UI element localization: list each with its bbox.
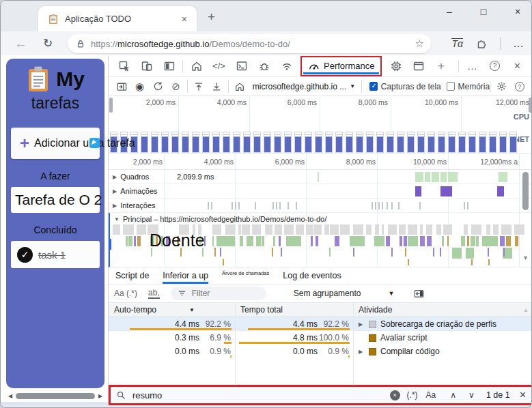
expand-icon[interactable]: ▶ (113, 203, 117, 209)
scroll-down-icon[interactable]: ▼ (522, 254, 529, 261)
page-selector-dropdown[interactable]: microsoftedge.github.io ...▼ (253, 82, 355, 91)
range-handle-left[interactable] (109, 98, 113, 113)
filter-input[interactable] (191, 288, 259, 299)
tab-close-icon[interactable]: × (179, 14, 190, 25)
track-animations[interactable]: ▶Animações (109, 184, 532, 199)
filter-field[interactable] (171, 287, 266, 300)
screenshot-filmstrip[interactable] (110, 132, 531, 153)
track-interactions[interactable]: ▶Interações (109, 199, 532, 213)
track-main-thread[interactable]: ▼Principal – https://microsoftedgegithub… (109, 213, 532, 267)
scrollbar-thumb[interactable] (16, 393, 95, 399)
clipboard-icon (26, 65, 51, 93)
track-frames[interactable]: ▶Quadros 2,099.9 ms (109, 170, 532, 184)
minimize-button[interactable]: – (443, 6, 456, 17)
layers-panel-icon[interactable] (407, 57, 430, 75)
tab-call-tree[interactable]: Árvore de chamadas (222, 270, 269, 280)
load-profile-icon[interactable] (190, 78, 208, 95)
more-tools-icon[interactable]: + (430, 57, 452, 75)
tab-performance[interactable]: Performance (300, 56, 382, 76)
device-emulation-icon[interactable] (135, 57, 158, 75)
performance-gauge-icon (308, 61, 320, 71)
debug-panel-icon[interactable] (253, 57, 275, 75)
expand-icon[interactable]: ▶ (359, 321, 365, 327)
devtools-help-icon[interactable]: ? (484, 57, 506, 75)
grouping-dropdown[interactable]: Sem agrupamento▼ (294, 289, 395, 298)
vertical-scrollbar-thumb[interactable] (522, 172, 529, 210)
history-flyout-icon[interactable] (113, 78, 130, 95)
maximize-button[interactable]: □ (477, 6, 490, 17)
expand-icon[interactable]: ▶ (359, 349, 365, 355)
performance-help-icon[interactable]: ? (511, 78, 529, 95)
favorite-star-icon[interactable]: ☆ (415, 38, 424, 50)
dock-side-icon[interactable] (158, 57, 180, 75)
search-input[interactable] (131, 390, 390, 401)
timeline-overview[interactable]: 2,000 ms 4,000 ms 6,000 ms 8,000 ms 10,0… (109, 96, 532, 154)
expand-icon[interactable]: ▶ (113, 174, 117, 180)
match-word-toggle[interactable]: ab, (148, 288, 160, 299)
clear-search-icon[interactable]: × (390, 390, 400, 400)
close-window-button[interactable]: × (511, 6, 524, 17)
header-activity[interactable]: Atividade (353, 305, 532, 315)
horizontal-scrollbar[interactable]: ◀ ▶ (6, 391, 104, 400)
case-regex-toggle[interactable]: Aa (.*) (114, 289, 137, 298)
find-bar: × (.*) Aa ∧ ∨ 1 de 1 × (109, 385, 532, 405)
capture-settings-gear-icon[interactable] (492, 78, 510, 95)
home-panel-icon[interactable] (185, 57, 208, 75)
timeline-detail: 2,000 ms 4,000 ms 6,000 ms 8,000 ms 10,0… (109, 154, 532, 267)
scroll-left-icon[interactable]: ◀ (6, 393, 14, 399)
expand-icon[interactable]: ▶ (113, 188, 117, 194)
table-row[interactable]: 0.0 ms0.9 % 0.0 ms0.9 % ▶Compilar código (109, 345, 532, 358)
extensions-icon[interactable] (475, 38, 488, 50)
devtools-close-icon[interactable]: × (506, 57, 529, 75)
refresh-button[interactable]: ↻ (43, 36, 53, 50)
done-section-heading: Concluído (6, 224, 104, 235)
overlay-text: Doente (150, 231, 205, 250)
memory-panel-icon[interactable] (384, 57, 407, 75)
save-profile-icon[interactable] (208, 78, 225, 95)
screenshots-checkbox[interactable] (369, 82, 378, 91)
header-self-time[interactable]: Auto-tempo▼ (109, 305, 235, 315)
new-tab-button[interactable]: + (208, 10, 215, 25)
case-toggle[interactable]: Aa (426, 390, 436, 400)
browser-menu-icon[interactable]: … (513, 38, 524, 50)
address-bar[interactable]: https://microsoftedge.github.io/Demos/de… (68, 34, 431, 53)
column-divider (353, 303, 354, 385)
memory-checkbox[interactable] (447, 82, 455, 91)
scroll-right-icon[interactable]: ▶ (96, 393, 104, 399)
range-handle-right[interactable] (529, 98, 532, 113)
previous-result-icon[interactable]: ∧ (450, 390, 456, 400)
tab-event-log[interactable]: Log de eventos (283, 271, 341, 284)
devtools-menu-icon[interactable]: … (461, 57, 484, 75)
record-reload-button[interactable] (149, 78, 167, 95)
clear-button[interactable]: ⊘ (167, 78, 184, 95)
back-button[interactable]: ← (14, 36, 27, 51)
network-panel-icon[interactable] (275, 57, 298, 75)
done-item[interactable]: ✓ task 1 (11, 241, 100, 268)
bottom-up-table: Auto-tempo▼ Tempo total Atividade ▲ 4.4 … (109, 303, 532, 385)
detail-ruler[interactable]: 2,000 ms 4,000 ms 6,000 ms 8,000 ms 10,0… (109, 154, 532, 170)
toolbar-separator (458, 60, 459, 72)
console-panel-icon[interactable] (230, 57, 253, 75)
table-row[interactable]: 4.4 ms92.2 % 4.4 ms92.2 % ▶Sobrecarga de… (109, 317, 532, 331)
browser-tab[interactable]: Aplicação TODO × (38, 6, 197, 31)
add-task-button[interactable]: + Adicionar uma tarefa (11, 128, 100, 159)
close-find-bar-icon[interactable]: × (520, 389, 526, 401)
heaviest-stack-button[interactable] (413, 289, 425, 299)
tab-bottom-up[interactable]: Inferior a up (163, 271, 208, 284)
table-row[interactable]: 0.3 ms6.9 % 4.8 ms100.0 % Avaliar script (109, 331, 532, 345)
inspect-element-icon[interactable] (113, 57, 135, 75)
next-result-icon[interactable]: ∨ (468, 390, 475, 400)
scroll-up-icon: ▲ (523, 307, 529, 313)
header-total-time[interactable]: Tempo total (235, 305, 353, 315)
record-button[interactable]: ◉ (130, 78, 148, 95)
todo-app-sidebar: My tarefas + Adicionar uma tarefa A faze… (6, 59, 104, 388)
screenshots-label: Capturas de tela (381, 82, 441, 91)
todo-item[interactable]: Tarefa de O 2 (11, 187, 100, 213)
tab-summary[interactable]: Script de (115, 271, 149, 284)
home-icon[interactable] (230, 78, 248, 95)
details-tab-bar: Script de Inferior a up Árvore de chamad… (109, 267, 532, 285)
elements-panel-icon[interactable]: </> (208, 57, 230, 75)
collapse-icon[interactable]: ▼ (114, 216, 120, 222)
regex-toggle[interactable]: (.*) (407, 390, 418, 400)
read-aloud-icon[interactable]: Tα (451, 38, 463, 48)
